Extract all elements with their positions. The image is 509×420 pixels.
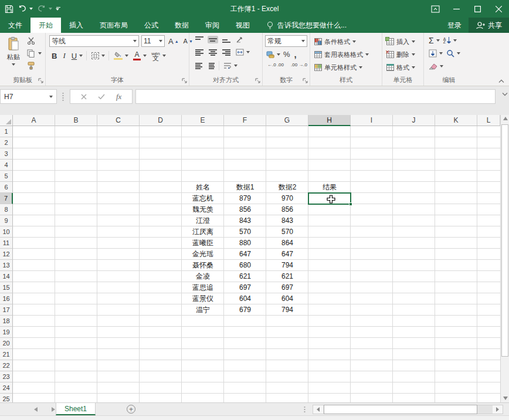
cell-styles-button[interactable]: 单元格样式 [313, 62, 364, 73]
previous-sheet-icon[interactable] [34, 407, 38, 412]
column-header-A[interactable]: A [13, 115, 55, 126]
share-button[interactable]: 共享 [469, 18, 509, 33]
table-data-cell[interactable]: 856 [266, 204, 308, 215]
fill-handle[interactable] [349, 202, 352, 206]
wrap-text-button[interactable] [222, 62, 233, 70]
table-header-cell[interactable]: 数据2 [266, 182, 308, 193]
tab-页面布局[interactable]: 页面布局 [91, 18, 136, 33]
fill-color-button[interactable] [113, 51, 124, 60]
italic-button[interactable]: I [62, 50, 66, 61]
accounting-dropdown-icon[interactable] [277, 53, 280, 56]
table-data-cell[interactable]: 蓝思追 [182, 282, 224, 293]
table-data-cell[interactable]: 856 [224, 204, 266, 215]
row-header-5[interactable]: 5 [0, 171, 13, 182]
table-data-cell[interactable]: 570 [266, 226, 308, 238]
sort-filter-button[interactable]: AZ [442, 36, 453, 45]
increase-decimal-button[interactable]: ←.0 .00 [266, 62, 285, 68]
table-data-cell[interactable]: 金凌 [182, 271, 224, 282]
table-data-cell[interactable]: 金光瑶 [182, 249, 224, 260]
delete-cells-button[interactable]: ✕ 删除 [385, 49, 416, 60]
row-header-25[interactable]: 25 [0, 394, 13, 402]
formula-input[interactable] [135, 89, 496, 104]
copy-button[interactable] [26, 49, 36, 58]
row-header-13[interactable]: 13 [0, 260, 13, 271]
number-format-select[interactable]: 常规 [265, 35, 307, 47]
top-align-button[interactable] [194, 36, 205, 43]
minimize-button[interactable] [446, 0, 467, 18]
tab-视图[interactable]: 视图 [228, 18, 258, 33]
column-header-C[interactable]: C [97, 115, 140, 126]
table-data-cell[interactable]: 679 [224, 304, 266, 316]
clear-button[interactable] [427, 62, 439, 70]
font-color-dropdown-icon[interactable] [143, 55, 147, 57]
name-box[interactable]: H7 [0, 89, 57, 104]
row-header-16[interactable]: 16 [0, 293, 13, 304]
phonetic-dropdown-icon[interactable] [162, 55, 166, 57]
paste-button[interactable]: 粘贴 [2, 35, 25, 74]
row-header-20[interactable]: 20 [0, 338, 13, 349]
row-header-18[interactable]: 18 [0, 316, 13, 327]
vertical-scrollbar[interactable] [500, 115, 509, 402]
autosum-dropdown-icon[interactable] [436, 39, 440, 42]
conditional-formatting-button[interactable]: 条件格式 [313, 36, 357, 48]
table-header-cell[interactable]: 姓名 [182, 182, 224, 193]
column-header-I[interactable]: I [351, 115, 393, 126]
copy-dropdown-icon[interactable] [38, 52, 42, 55]
table-data-cell[interactable]: 621 [224, 271, 266, 282]
grid[interactable]: ABCDEFGHIJKL1234567891011121314151617181… [0, 115, 500, 402]
decrease-indent-button[interactable] [194, 62, 203, 70]
row-header-2[interactable]: 2 [0, 137, 13, 148]
number-dialog-launcher-icon[interactable] [303, 78, 308, 84]
increase-font-button[interactable]: A▲ [167, 36, 180, 46]
underline-dropdown-icon[interactable] [79, 55, 83, 57]
accounting-format-button[interactable] [265, 50, 276, 59]
center-button[interactable] [208, 49, 218, 56]
table-data-cell[interactable]: 680 [224, 260, 266, 271]
cancel-icon[interactable] [81, 94, 87, 100]
row-header-7[interactable]: 7 [0, 193, 13, 204]
row-header-15[interactable]: 15 [0, 282, 13, 293]
ribbon-display-options-icon[interactable] [425, 0, 446, 18]
row-header-12[interactable]: 12 [0, 249, 13, 260]
scroll-up-icon[interactable] [503, 117, 508, 120]
table-data-cell[interactable]: 温宁 [182, 304, 224, 316]
tab-file[interactable]: 文件 [0, 18, 30, 33]
sign-in-button[interactable]: 登录 [440, 18, 469, 33]
column-header-E[interactable]: E [182, 115, 224, 126]
table-data-cell[interactable]: 970 [266, 193, 308, 204]
find-button[interactable] [445, 49, 456, 58]
row-header-9[interactable]: 9 [0, 215, 13, 226]
scroll-down-icon[interactable] [503, 397, 508, 400]
table-data-cell[interactable]: 江澄 [182, 215, 224, 226]
tab-审阅[interactable]: 审阅 [197, 18, 228, 33]
font-name-select[interactable]: 等线 [49, 35, 139, 47]
row-header-8[interactable]: 8 [0, 204, 13, 215]
borders-dropdown-icon[interactable] [101, 55, 105, 57]
table-data-cell[interactable]: 621 [266, 271, 308, 282]
table-data-cell[interactable]: 蓝忘机 [182, 193, 224, 204]
wrap-dropdown-icon[interactable] [234, 65, 237, 67]
phonetic-guide-button[interactable]: wén文 [150, 51, 161, 60]
table-header-cell[interactable]: 结果 [308, 182, 351, 193]
table-data-cell[interactable]: 697 [266, 282, 308, 293]
enter-icon[interactable] [98, 94, 105, 100]
decrease-decimal-button[interactable]: .00 →.0 [290, 62, 308, 68]
column-header-J[interactable]: J [393, 115, 435, 126]
collapse-ribbon-icon[interactable] [498, 79, 504, 83]
bottom-align-button[interactable] [221, 36, 232, 43]
table-data-cell[interactable]: 880 [224, 238, 266, 249]
merge-center-button[interactable] [235, 48, 245, 56]
table-data-cell[interactable]: 604 [266, 293, 308, 304]
table-data-cell[interactable]: 蓝景仪 [182, 293, 224, 304]
next-sheet-icon[interactable] [52, 407, 55, 412]
table-data-cell[interactable]: 604 [224, 293, 266, 304]
format-as-table-button[interactable]: 套用表格格式 [313, 49, 370, 60]
percent-button[interactable]: % [282, 49, 291, 59]
insert-cells-button[interactable]: 插入 [385, 36, 416, 48]
insert-function-icon[interactable]: fx [116, 92, 121, 101]
clear-dropdown-icon[interactable] [440, 65, 443, 67]
scroll-right-icon[interactable] [493, 405, 503, 414]
table-data-cell[interactable]: 聂怀桑 [182, 260, 224, 271]
merge-dropdown-icon[interactable] [246, 51, 250, 53]
add-sheet-icon[interactable]: + [127, 405, 135, 414]
